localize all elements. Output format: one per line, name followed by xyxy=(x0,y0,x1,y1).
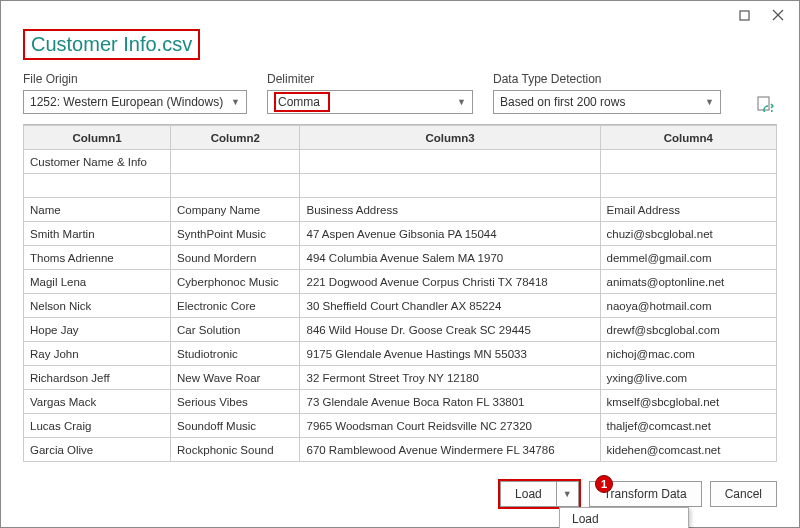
table-cell: demmel@gmail.com xyxy=(600,246,777,270)
file-origin-value: 1252: Western European (Windows) xyxy=(30,95,223,109)
table-cell: Business Address xyxy=(300,198,600,222)
table-cell xyxy=(171,150,300,174)
table-cell xyxy=(300,174,600,198)
table-cell: 32 Fermont Street Troy NY 12180 xyxy=(300,366,600,390)
options-row: File Origin 1252: Western European (Wind… xyxy=(23,72,777,114)
table-row xyxy=(24,174,777,198)
table-cell: Magil Lena xyxy=(24,270,171,294)
delimiter-select[interactable]: Comma ▼ xyxy=(267,90,473,114)
table-cell: SynthPoint Music xyxy=(171,222,300,246)
detection-label: Data Type Detection xyxy=(493,72,721,86)
table-row: Magil LenaCyberphonoc Music221 Dogwood A… xyxy=(24,270,777,294)
table-cell: New Wave Roar xyxy=(171,366,300,390)
chevron-down-icon: ▼ xyxy=(231,97,240,107)
table-row: Hope JayCar Solution846 Wild House Dr. G… xyxy=(24,318,777,342)
table-row: Richardson JeffNew Wave Roar32 Fermont S… xyxy=(24,366,777,390)
table-cell: Sound Mordern xyxy=(171,246,300,270)
content-area: Customer Info.csv File Origin 1252: West… xyxy=(1,29,799,462)
svg-rect-3 xyxy=(758,97,769,110)
table-cell: kmself@sbcglobal.net xyxy=(600,390,777,414)
table-cell: 221 Dogwood Avenue Corpus Christi TX 784… xyxy=(300,270,600,294)
load-menu: Load Load To... xyxy=(559,507,689,528)
table-row: Garcia OliveRockphonic Sound670 Ramblewo… xyxy=(24,438,777,462)
table-cell: 47 Aspen Avenue Gibsonia PA 15044 xyxy=(300,222,600,246)
table-cell xyxy=(171,174,300,198)
refresh-button[interactable] xyxy=(753,92,777,114)
footer-buttons: Load ▼ Transform Data Cancel xyxy=(498,479,777,509)
titlebar xyxy=(1,1,799,29)
table-cell: Studiotronic xyxy=(171,342,300,366)
table-cell: Serious Vibes xyxy=(171,390,300,414)
preview-table: Column1Column2Column3Column4 Customer Na… xyxy=(23,125,777,462)
table-cell: Company Name xyxy=(171,198,300,222)
table-cell: Garcia Olive xyxy=(24,438,171,462)
table-cell: Electronic Core xyxy=(171,294,300,318)
table-row: Customer Name & Info xyxy=(24,150,777,174)
table-cell: naoya@hotmail.com xyxy=(600,294,777,318)
close-button[interactable] xyxy=(761,3,795,27)
table-cell: 30 Sheffield Court Chandler AX 85224 xyxy=(300,294,600,318)
table-cell: Smith Martin xyxy=(24,222,171,246)
menu-item-load[interactable]: Load xyxy=(560,508,688,528)
table-row: Smith MartinSynthPoint Music47 Aspen Ave… xyxy=(24,222,777,246)
column-header[interactable]: Column4 xyxy=(600,126,777,150)
dialog-window: Customer Info.csv File Origin 1252: West… xyxy=(0,0,800,528)
load-dropdown-button[interactable]: ▼ xyxy=(556,481,579,507)
column-header[interactable]: Column2 xyxy=(171,126,300,150)
table-cell: Car Solution xyxy=(171,318,300,342)
table-cell: animats@optonline.net xyxy=(600,270,777,294)
chevron-down-icon: ▼ xyxy=(457,97,466,107)
file-title: Customer Info.csv xyxy=(23,29,200,60)
close-icon xyxy=(772,9,784,21)
table-row: Ray JohnStudiotronic9175 Glendale Avenue… xyxy=(24,342,777,366)
table-cell: 670 Ramblewood Avenue Windermere FL 3478… xyxy=(300,438,600,462)
detection-value: Based on first 200 rows xyxy=(500,95,625,109)
table-header-row: Column1Column2Column3Column4 xyxy=(24,126,777,150)
delimiter-group: Delimiter Comma ▼ xyxy=(267,72,473,114)
file-origin-group: File Origin 1252: Western European (Wind… xyxy=(23,72,247,114)
chevron-down-icon: ▼ xyxy=(705,97,714,107)
maximize-icon xyxy=(739,10,750,21)
table-cell xyxy=(600,174,777,198)
table-row: Nelson NickElectronic Core30 Sheffield C… xyxy=(24,294,777,318)
column-header[interactable]: Column1 xyxy=(24,126,171,150)
file-origin-label: File Origin xyxy=(23,72,247,86)
column-header[interactable]: Column3 xyxy=(300,126,600,150)
refresh-icon xyxy=(756,94,774,112)
annotation-badge-1: 1 xyxy=(595,475,613,493)
table-cell xyxy=(600,150,777,174)
svg-rect-0 xyxy=(740,11,749,20)
table-cell: Email Address xyxy=(600,198,777,222)
maximize-button[interactable] xyxy=(727,3,761,27)
table-row: NameCompany NameBusiness AddressEmail Ad… xyxy=(24,198,777,222)
load-button[interactable]: Load xyxy=(500,481,556,507)
table-cell: chuzi@sbcglobal.net xyxy=(600,222,777,246)
table-cell: Thoms Adrienne xyxy=(24,246,171,270)
cancel-button[interactable]: Cancel xyxy=(710,481,777,507)
detection-select[interactable]: Based on first 200 rows ▼ xyxy=(493,90,721,114)
table-cell: 846 Wild House Dr. Goose Creak SC 29445 xyxy=(300,318,600,342)
preview-table-wrap: Column1Column2Column3Column4 Customer Na… xyxy=(23,124,777,462)
table-cell: Lucas Craig xyxy=(24,414,171,438)
load-button-group: Load ▼ xyxy=(498,479,581,509)
table-cell: 9175 Glendale Avenue Hastings MN 55033 xyxy=(300,342,600,366)
detection-group: Data Type Detection Based on first 200 r… xyxy=(493,72,721,114)
table-row: Thoms AdrienneSound Mordern494 Columbia … xyxy=(24,246,777,270)
delimiter-value: Comma xyxy=(274,92,330,112)
delimiter-label: Delimiter xyxy=(267,72,473,86)
table-cell: Rockphonic Sound xyxy=(171,438,300,462)
table-cell: 7965 Woodsman Court Reidsville NC 27320 xyxy=(300,414,600,438)
table-cell xyxy=(24,174,171,198)
table-cell: Vargas Mack xyxy=(24,390,171,414)
table-cell: Hope Jay xyxy=(24,318,171,342)
table-cell: Name xyxy=(24,198,171,222)
table-cell: Cyberphonoc Music xyxy=(171,270,300,294)
table-cell: yxing@live.com xyxy=(600,366,777,390)
file-origin-select[interactable]: 1252: Western European (Windows) ▼ xyxy=(23,90,247,114)
table-row: Lucas CraigSoundoff Music7965 Woodsman C… xyxy=(24,414,777,438)
table-cell: Ray John xyxy=(24,342,171,366)
table-cell: Customer Name & Info xyxy=(24,150,171,174)
table-cell: nichoj@mac.com xyxy=(600,342,777,366)
table-row: Vargas MackSerious Vibes73 Glendale Aven… xyxy=(24,390,777,414)
table-cell: Nelson Nick xyxy=(24,294,171,318)
